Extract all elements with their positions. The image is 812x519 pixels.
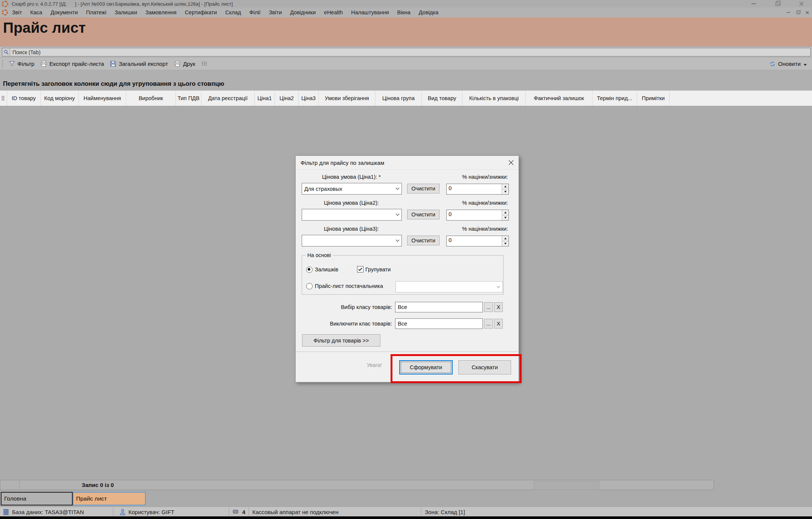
menu-kasa[interactable]: Каса xyxy=(26,9,46,15)
column-header-notes[interactable]: Примітки xyxy=(637,91,670,106)
refresh-dropdown-icon[interactable] xyxy=(804,64,807,66)
general-export-button[interactable]: Загальний експорт xyxy=(107,59,171,68)
search-input[interactable] xyxy=(10,49,810,55)
column-header-shelf-life[interactable]: Термін прид... xyxy=(592,91,637,106)
column-header-manufacturer[interactable]: Виробник xyxy=(126,91,176,106)
spin-up-icon[interactable] xyxy=(502,184,508,189)
restore-icon[interactable] xyxy=(775,2,780,6)
export-price-button[interactable]: Експорт прайс-листа xyxy=(37,59,107,68)
spin-up-icon[interactable] xyxy=(502,236,508,241)
floppy-icon xyxy=(110,61,116,67)
user-icon xyxy=(120,509,125,515)
tab-holovna[interactable]: Головна xyxy=(1,492,73,505)
stock-radio-label[interactable]: Залишків xyxy=(315,266,338,272)
menu-zamovlennia[interactable]: Замовлення xyxy=(141,9,181,15)
clear2-button[interactable]: Очистити xyxy=(407,210,440,219)
menu-ehealth[interactable]: eHealth xyxy=(320,9,347,15)
class-exclude-clear-button[interactable]: X xyxy=(494,319,503,329)
refresh-button[interactable]: Оновити xyxy=(766,59,804,68)
menu-nalashtuvannia[interactable]: Налаштування xyxy=(347,9,393,15)
column-header-actual-stock[interactable]: Фактичний залишок xyxy=(526,91,592,106)
toolbar-grip[interactable] xyxy=(2,60,3,68)
menu-dovidnyky[interactable]: Довідники xyxy=(286,9,320,15)
price3-combobox[interactable] xyxy=(302,235,402,247)
menu-vikna[interactable]: Вікна xyxy=(393,9,415,15)
spin-down-icon[interactable] xyxy=(502,241,508,246)
column-header-morion-code[interactable]: Код моріону xyxy=(41,91,79,106)
supplier-radio[interactable] xyxy=(306,283,313,289)
menu-filii[interactable]: Філії xyxy=(245,9,265,15)
price2-combobox[interactable] xyxy=(302,209,402,221)
columns-icon xyxy=(201,61,207,67)
dialog-close-icon[interactable] xyxy=(507,159,515,166)
menu-zalyshky[interactable]: Залишки xyxy=(111,9,141,15)
clear3-button[interactable]: Очистити xyxy=(407,236,440,245)
clear1-button[interactable]: Очистити xyxy=(407,184,440,193)
supplier-combobox[interactable] xyxy=(395,281,503,292)
pct1-spinner[interactable]: 0 xyxy=(446,184,509,195)
column-header-pack-qty[interactable]: Кількість в упаковці xyxy=(462,91,526,106)
column-header-goods-type[interactable]: Вид товару xyxy=(422,91,462,106)
record-counter: Запис 0 із 0 xyxy=(82,482,114,488)
menu-platezhi[interactable]: Платежі xyxy=(82,9,111,15)
pct1-spin-buttons xyxy=(502,184,508,194)
minimize-icon[interactable] xyxy=(751,3,756,4)
class-exclude-more-button[interactable]: ... xyxy=(484,319,493,329)
menu-zvity[interactable]: Звіти xyxy=(265,9,286,15)
status-cash: Кассовый аппарат не подключен xyxy=(252,507,339,517)
menu-sertyfikaty[interactable]: Сертифікати xyxy=(181,9,221,15)
stock-radio[interactable] xyxy=(306,266,313,273)
pct2-spinner[interactable]: 0 xyxy=(446,210,509,221)
filter-button[interactable]: Фільтр xyxy=(6,59,37,68)
column-header-reg-date[interactable]: Дата реєстрації xyxy=(201,91,255,106)
pct3-spinner[interactable]: 0 xyxy=(446,236,509,247)
dialog-title: Фільтр для прайсу по залишкам xyxy=(301,160,384,166)
price2-label: Цінова умова (Ціна2): xyxy=(302,200,401,206)
app-window: Скарб pro v. 4.0.2.77 [ІД: ] - [Апт №003… xyxy=(0,0,812,519)
column-header-price3[interactable]: Ціна3 xyxy=(299,91,319,106)
menu-dovidka[interactable]: Довідка xyxy=(415,9,443,15)
menu-logo-icon xyxy=(2,9,8,15)
price1-combobox[interactable]: Для страховых xyxy=(302,183,402,195)
column-header-storage[interactable]: Умови зберігання xyxy=(319,91,375,106)
group-by-bar[interactable]: Перетягніть заголовок колонки сюди для у… xyxy=(0,70,812,90)
class-select-more-button[interactable]: ... xyxy=(484,302,493,312)
database-icon xyxy=(3,509,9,515)
group-checkbox-label[interactable]: Групувати xyxy=(365,266,391,272)
menu-zvit[interactable]: Звіт xyxy=(8,9,26,15)
spin-down-icon[interactable] xyxy=(502,215,508,220)
row-selector-icon[interactable] xyxy=(0,91,7,106)
print-button[interactable]: Друк xyxy=(171,59,198,68)
goods-filter-button[interactable]: Фільтр для товарів >> xyxy=(302,334,380,347)
mdi-window-controls xyxy=(787,11,809,14)
supplier-radio-label[interactable]: Прайс-лист постачальника xyxy=(315,283,383,289)
menu-sklad[interactable]: Склад xyxy=(221,9,245,15)
search-box xyxy=(2,48,811,56)
mdi-minimize-icon[interactable] xyxy=(787,12,790,13)
column-header-price2[interactable]: Ціна2 xyxy=(275,91,299,106)
spin-down-icon[interactable] xyxy=(502,189,508,194)
column-header-id[interactable]: ID товару xyxy=(7,91,41,106)
page-title: Прайс лист xyxy=(0,17,812,36)
cancel-button[interactable]: Скасувати xyxy=(458,360,511,374)
refresh-icon xyxy=(769,61,776,67)
submit-button[interactable]: Сформувати xyxy=(399,360,453,374)
columns-button[interactable] xyxy=(198,60,210,68)
grid-column-headers: ID товару Код моріону Найменування Вироб… xyxy=(0,90,812,106)
class-select-clear-button[interactable]: X xyxy=(494,302,503,312)
mdi-close-icon[interactable] xyxy=(806,11,809,14)
chevron-down-icon xyxy=(393,213,401,216)
close-icon[interactable] xyxy=(799,2,804,6)
group-checkbox[interactable] xyxy=(357,266,363,272)
column-header-vat-type[interactable]: Тип ПДВ xyxy=(176,91,201,106)
menu-dokumenty[interactable]: Документи xyxy=(46,9,82,15)
mdi-restore-icon[interactable] xyxy=(796,11,800,14)
spin-up-icon[interactable] xyxy=(502,210,508,215)
dialog-titlebar[interactable]: Фільтр для прайсу по залишкам xyxy=(296,156,519,170)
class-exclude-field[interactable]: Все xyxy=(395,318,483,329)
column-header-name[interactable]: Найменування xyxy=(79,91,126,106)
tab-price-list[interactable]: Прайс лист xyxy=(73,492,146,505)
column-header-price1[interactable]: Ціна1 xyxy=(255,91,275,106)
column-header-price-group[interactable]: Цінова група xyxy=(375,91,422,106)
class-select-field[interactable]: Все xyxy=(395,302,483,312)
